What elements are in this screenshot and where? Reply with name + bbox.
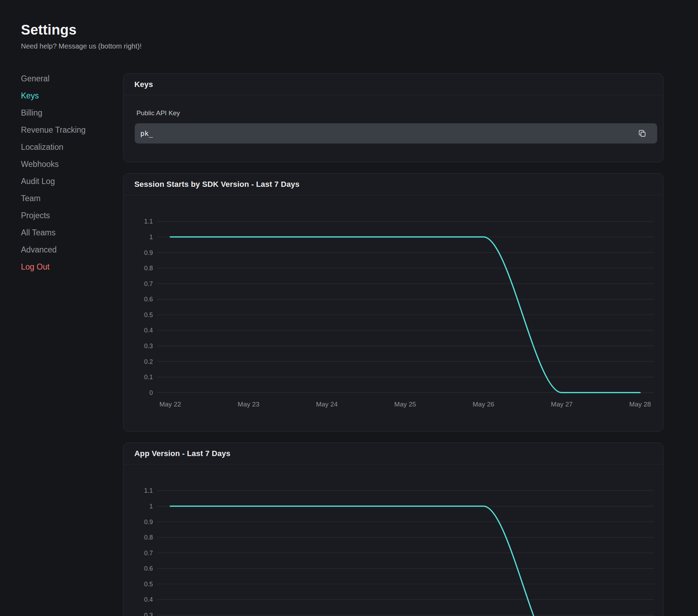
- sidebar-item-webhooks[interactable]: Webhooks: [21, 156, 123, 173]
- public-api-key-label: Public API Key: [136, 109, 657, 118]
- copy-icon: [638, 129, 646, 138]
- y-axis-tick-label: 0.5: [144, 311, 153, 318]
- x-axis-label: May 26: [473, 401, 494, 408]
- public-api-key-value: pk_: [140, 129, 153, 138]
- y-axis-tick-label: 0.5: [144, 581, 153, 588]
- y-axis-tick-label: 0.1: [144, 374, 153, 381]
- x-axis-label: May 23: [238, 401, 259, 408]
- sdk-version-chart: 1.110.90.80.70.60.50.40.30.20.10May 22Ma…: [124, 195, 663, 431]
- y-axis-tick-label: 1.1: [144, 218, 153, 225]
- y-axis-tick-label: 0.6: [144, 565, 153, 572]
- settings-nav: GeneralKeysBillingRevenue TrackingLocali…: [21, 70, 123, 276]
- sidebar-item-projects[interactable]: Projects: [21, 207, 123, 224]
- sidebar-item-all-teams[interactable]: All Teams: [21, 224, 123, 241]
- public-api-key-field[interactable]: pk_: [135, 123, 657, 144]
- keys-card-body: Public API Key pk_: [124, 95, 663, 162]
- y-axis-tick-label: 0.6: [144, 296, 153, 303]
- sdk-version-chart-card: Session Starts by SDK Version - Last 7 D…: [123, 173, 663, 432]
- y-axis-tick-label: 0.8: [144, 534, 153, 541]
- x-axis-label: May 27: [551, 401, 573, 408]
- sidebar-item-localization[interactable]: Localization: [21, 139, 123, 156]
- keys-card: Keys Public API Key pk_: [123, 73, 663, 162]
- sdk-version-chart-header: Session Starts by SDK Version - Last 7 D…: [124, 174, 663, 195]
- app-version-chart: 1.110.90.80.70.60.50.40.30.20.10May 22Ma…: [124, 464, 663, 616]
- x-axis-label: May 28: [629, 401, 651, 408]
- y-axis-tick-label: 0: [149, 389, 153, 396]
- y-axis-tick-label: 0.7: [144, 280, 153, 287]
- sdk-version-chart-title: Session Starts by SDK Version - Last 7 D…: [134, 180, 299, 189]
- keys-card-title: Keys: [134, 80, 153, 89]
- page-header: Settings Need help? Message us (bottom r…: [21, 22, 663, 51]
- sidebar-item-audit-log[interactable]: Audit Log: [21, 173, 123, 190]
- sidebar-item-team[interactable]: Team: [21, 190, 123, 207]
- y-axis-tick-label: 0.8: [144, 265, 153, 272]
- page-subtitle: Need help? Message us (bottom right)!: [21, 41, 663, 51]
- settings-page: Settings Need help? Message us (bottom r…: [0, 0, 698, 616]
- app-version-chart-card: App Version - Last 7 Days 1.110.90.80.70…: [123, 442, 663, 616]
- keys-card-header: Keys: [124, 74, 663, 95]
- sidebar-item-log-out[interactable]: Log Out: [21, 258, 123, 276]
- y-axis-tick-label: 0.4: [144, 327, 153, 334]
- y-axis-tick-label: 0.4: [144, 596, 153, 603]
- y-axis-tick-label: 1: [149, 503, 153, 510]
- main-layout: GeneralKeysBillingRevenue TrackingLocali…: [21, 73, 663, 616]
- y-axis-tick-label: 1: [149, 234, 153, 241]
- y-axis-tick-label: 0.7: [144, 550, 153, 557]
- sidebar-item-revenue-tracking[interactable]: Revenue Tracking: [21, 122, 123, 139]
- line-chart-canvas: 1.110.90.80.70.60.50.40.30.20.10May 22Ma…: [124, 464, 663, 616]
- x-axis-label: May 24: [316, 401, 337, 408]
- sidebar-item-billing[interactable]: Billing: [21, 104, 123, 122]
- line-chart-canvas: 1.110.90.80.70.60.50.40.30.20.10May 22Ma…: [124, 195, 663, 431]
- y-axis-tick-label: 0.9: [144, 249, 153, 256]
- y-axis-tick-label: 0.3: [144, 612, 153, 616]
- sidebar-item-keys[interactable]: Keys: [21, 87, 123, 104]
- y-axis-tick-label: 0.9: [144, 519, 153, 526]
- y-axis-tick-label: 0.2: [144, 358, 153, 365]
- page-title: Settings: [21, 22, 663, 38]
- sidebar-item-advanced[interactable]: Advanced: [21, 241, 123, 258]
- sidebar-item-general[interactable]: General: [21, 70, 123, 87]
- settings-content: Keys Public API Key pk_: [123, 73, 663, 616]
- x-axis-label: May 22: [159, 401, 181, 408]
- x-axis-label: May 25: [394, 401, 416, 408]
- y-axis-tick-label: 1.1: [144, 487, 153, 494]
- copy-button[interactable]: [638, 129, 647, 138]
- y-axis-tick-label: 0.3: [144, 343, 153, 350]
- app-version-chart-header: App Version - Last 7 Days: [124, 443, 663, 464]
- app-version-chart-title: App Version - Last 7 Days: [134, 449, 230, 458]
